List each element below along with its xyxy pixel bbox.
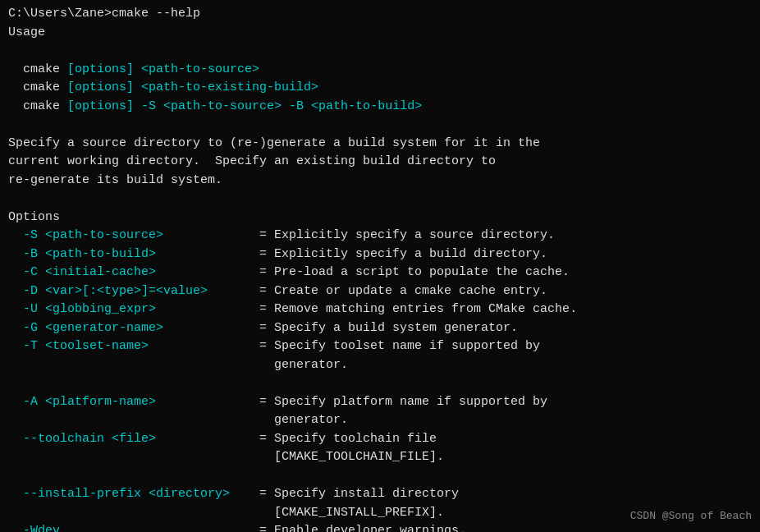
line-21 [8,374,752,393]
line-27: --install-prefix <directory> = Specify i… [8,485,752,504]
line-24: --toolchain <file> = Specify toolchain f… [8,430,752,449]
line-7 [8,116,752,135]
line-8: Specify a source directory to (re-)gener… [8,135,752,154]
terminal-content: C:\Users\Zane>cmake --help Usage cmake [… [8,5,752,532]
line-13: -S <path-to-source> = Explicitly specify… [8,227,752,245]
line-16: -D <var>[:<type>]=<value> = Create or up… [8,282,752,301]
line-14: -B <path-to-build> = Explicitly specify … [8,245,752,264]
line-25: [CMAKE_TOOLCHAIN_FILE]. [8,448,752,467]
line-26 [8,467,752,486]
line-12: Options [8,209,752,227]
line-3 [8,42,752,61]
line-15: -C <initial-cache> = Pre-load a script t… [8,264,752,282]
line-11 [8,190,752,209]
line-10: re-generate its build system. [8,172,752,190]
line-5: cmake [options] <path-to-existing-build> [8,79,752,98]
line-4: cmake [options] <path-to-source> [8,61,752,80]
line-23: generator. [8,411,752,430]
line-19: -T <toolset-name> = Specify toolset name… [8,337,752,356]
line-6: cmake [options] -S <path-to-source> -B <… [8,98,752,117]
watermark: CSDN @Song of Beach [630,508,752,525]
terminal-window: C:\Users\Zane>cmake --help Usage cmake [… [0,0,760,532]
line-20: generator. [8,356,752,375]
line-1: C:\Users\Zane>cmake --help [8,5,752,24]
line-9: current working directory. Specify an ex… [8,153,752,172]
line-22: -A <platform-name> = Specify platform na… [8,393,752,412]
line-18: -G <generator-name> = Specify a build sy… [8,319,752,338]
line-17: -U <globbing_expr> = Remove matching ent… [8,300,752,319]
line-2: Usage [8,24,752,43]
